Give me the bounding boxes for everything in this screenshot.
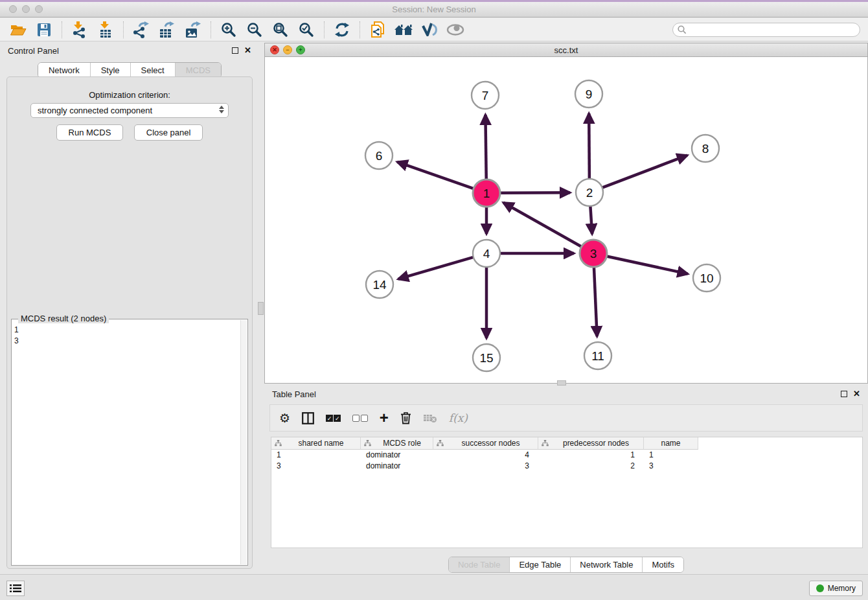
edge-2-3[interactable] <box>590 206 592 234</box>
tab-mcds[interactable]: MCDS <box>175 63 221 78</box>
save-session-button[interactable] <box>34 20 54 40</box>
memory-button[interactable]: Memory <box>809 581 863 596</box>
add-column-button[interactable]: + <box>380 411 389 424</box>
network-canvas[interactable]: 7968124314101511 <box>265 57 867 383</box>
tab-select[interactable]: Select <box>130 63 175 78</box>
node-label-3: 3 <box>590 247 597 260</box>
unchecked-box-icon <box>361 415 368 422</box>
float-panel-icon[interactable] <box>232 47 238 54</box>
select-all-columns-button[interactable]: ✓ ✓ <box>326 412 341 424</box>
function-icon: f(x) <box>449 411 468 424</box>
checked-box-icon: ✓ <box>326 415 333 422</box>
split-view-icon <box>302 412 314 424</box>
table-cell: 4 <box>433 450 538 461</box>
delete-columns-button[interactable] <box>400 411 411 424</box>
column-header-label: shared name <box>282 439 360 448</box>
column-header-name[interactable]: name <box>644 437 698 450</box>
tab-network-table[interactable]: Network Table <box>570 557 642 572</box>
export-network-button[interactable] <box>131 20 152 40</box>
edge-3-1[interactable] <box>503 203 582 247</box>
column-header-label: predecessor nodes <box>549 439 643 448</box>
split-table-button[interactable] <box>302 412 314 424</box>
apply-layout-button[interactable] <box>332 20 352 40</box>
float-table-panel-icon[interactable] <box>841 391 847 397</box>
save-disk-icon <box>37 23 51 37</box>
edge-3-10[interactable] <box>607 256 688 273</box>
open-session-button[interactable] <box>8 20 29 40</box>
node-label-8: 8 <box>702 142 709 156</box>
optimization-criterion-select[interactable]: strongly connected component <box>30 103 229 118</box>
search-input[interactable] <box>672 23 860 37</box>
hide-graphics-details-button[interactable] <box>445 20 466 40</box>
zoom-fit-button[interactable] <box>270 20 291 40</box>
mcds-result-lines: 13 <box>14 325 19 347</box>
delete-table-button[interactable] <box>423 413 437 423</box>
column-header-successor-nodes[interactable]: successor nodes <box>433 437 538 450</box>
table-cell: 3 <box>644 461 698 472</box>
edge-2-9[interactable] <box>589 113 589 179</box>
result-line: 1 <box>14 325 19 336</box>
desktop-strip <box>0 0 868 2</box>
table-row[interactable]: 1dominator411 <box>271 450 862 461</box>
table-cell: 3 <box>433 461 538 472</box>
edge-4-14[interactable] <box>398 257 474 279</box>
close-table-panel-icon[interactable]: ✕ <box>853 389 860 398</box>
zoom-in-button[interactable] <box>218 20 239 40</box>
export-network-icon <box>133 21 150 38</box>
optimization-criterion-value: strongly connected component <box>38 106 152 115</box>
task-history-button[interactable] <box>6 581 25 596</box>
table-cell: dominator <box>361 450 433 461</box>
vertical-splitter-handle[interactable] <box>258 302 264 315</box>
table-settings-button[interactable]: ⚙ <box>279 411 290 426</box>
column-header-predecessor-nodes[interactable]: predecessor nodes <box>538 437 644 450</box>
mcds-result-title: MCDS result (2 nodes) <box>18 314 109 323</box>
tab-style[interactable]: Style <box>90 63 130 78</box>
edge-1-6[interactable] <box>397 162 474 189</box>
duplicate-network-button[interactable] <box>367 20 388 40</box>
zoom-out-button[interactable] <box>244 20 265 40</box>
run-mcds-button[interactable]: Run MCDS <box>56 124 124 141</box>
column-type-icon <box>437 440 444 447</box>
refresh-icon <box>334 22 350 38</box>
export-image-button[interactable] <box>183 20 203 40</box>
node-label-14: 14 <box>372 278 387 292</box>
close-panel-button[interactable]: Close panel <box>134 124 203 141</box>
column-header-shared-name[interactable]: shared name <box>271 437 361 450</box>
gear-icon: ⚙ <box>279 411 290 426</box>
close-panel-icon[interactable]: ✕ <box>244 45 251 55</box>
unselect-all-columns-button[interactable] <box>352 412 367 424</box>
eye-slash-icon <box>421 22 438 38</box>
reset-view-button[interactable] <box>393 20 414 40</box>
tab-node-table[interactable]: Node Table <box>449 557 510 572</box>
zoom-selected-button[interactable] <box>296 20 317 40</box>
column-header-mcds-role[interactable]: MCDS role <box>361 437 433 450</box>
table-row[interactable]: 3dominator323 <box>271 461 862 472</box>
trash-icon <box>400 411 411 424</box>
edge-3-11[interactable] <box>594 267 597 336</box>
delete-table-icon <box>423 413 437 423</box>
node-label-9: 9 <box>586 87 593 101</box>
table-cell: 2 <box>538 461 644 472</box>
edge-1-2[interactable] <box>500 192 570 193</box>
result-scrollbar[interactable] <box>240 320 247 564</box>
export-table-button[interactable] <box>157 20 177 40</box>
plus-icon: + <box>380 411 389 424</box>
import-network-button[interactable] <box>69 20 90 40</box>
mcds-panel: Optimization criterion: strongly connect… <box>6 76 253 569</box>
table-cell: dominator <box>361 461 433 472</box>
tab-edge-table[interactable]: Edge Table <box>509 557 570 572</box>
window-title: Session: New Session <box>0 5 868 14</box>
edge-2-8[interactable] <box>602 156 687 188</box>
tab-network[interactable]: Network <box>38 63 90 78</box>
edge-1-7[interactable] <box>485 115 486 179</box>
tab-motifs[interactable]: Motifs <box>642 557 683 572</box>
network-window-titlebar[interactable]: ✕ − + scc.txt <box>265 43 867 57</box>
horizontal-splitter-handle[interactable] <box>557 380 566 386</box>
table-toolbar: ⚙ ✓ ✓ + <box>269 404 863 432</box>
control-panel: Control Panel ✕ NetworkStyleSelectMCDS O… <box>1 43 258 573</box>
node-table[interactable]: shared nameMCDS rolesuccessor nodesprede… <box>271 437 863 548</box>
import-table-button[interactable] <box>95 20 116 40</box>
function-builder-button[interactable]: f(x) <box>449 411 468 424</box>
show-graphics-details-button[interactable] <box>419 20 440 40</box>
import-table-icon <box>98 21 113 38</box>
